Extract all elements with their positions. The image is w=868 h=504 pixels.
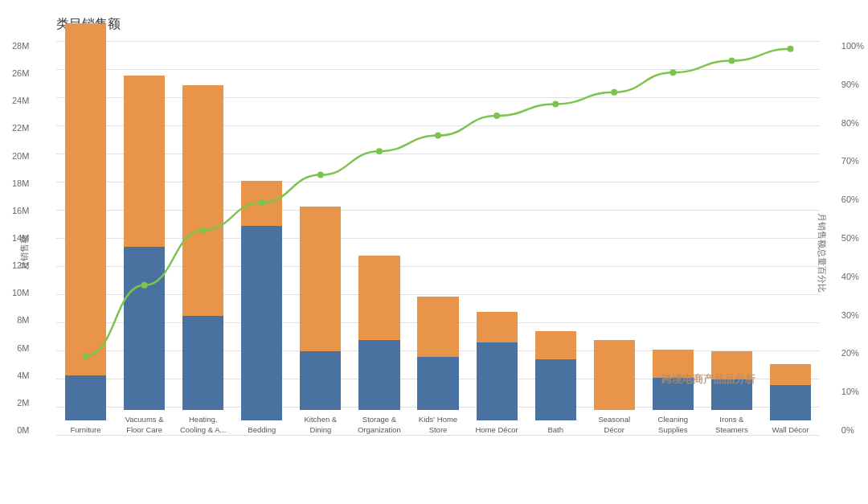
bar-label: Irons & Steamers [715, 415, 748, 435]
bar-blue [300, 351, 341, 411]
y-left-tick: 8M [17, 315, 29, 325]
y-right-tick: 40% [841, 272, 859, 281]
bar-blue [65, 375, 106, 420]
bar-stack [535, 331, 576, 420]
y-left-tick: 4M [17, 371, 29, 380]
bar-group: Furniture [56, 23, 115, 435]
chart-container: 类目销售额 0M2M4M6M8M10M12M14M16M18M20M22M24M… [0, 0, 868, 504]
bar-group: Storage & Organization [350, 256, 408, 435]
bar-group: Kitchen & Dining [291, 207, 350, 435]
y-right-tick: 30% [841, 310, 859, 320]
bar-group: Irons & Steamers [702, 351, 761, 435]
chart-title: 类目销售额 [56, 16, 820, 33]
bar-blue [124, 247, 165, 410]
y-right-tick: 20% [841, 348, 859, 358]
y-left-tick: 24M [12, 96, 29, 105]
y-right-tick: 60% [841, 195, 859, 204]
y-right-tick: 80% [841, 118, 859, 128]
bar-stack [417, 297, 458, 411]
y-left-tick: 18M [12, 178, 29, 188]
bar-label: Bedding [248, 425, 276, 435]
y-left-tick: 2M [17, 398, 29, 408]
y-axis-right: 0%10%20%30%40%50%60%70%80%90%100% [841, 41, 864, 435]
bar-label: Furniture [71, 425, 101, 435]
bar-blue [417, 357, 458, 411]
watermark: 跨境电商产品品分析 [661, 372, 755, 387]
bar-label: Seasonal Décor [598, 415, 630, 435]
bar-group: Wall Décor [761, 364, 820, 435]
bar-orange [770, 364, 811, 385]
bar-orange [65, 23, 106, 375]
bar-orange [300, 207, 341, 351]
bar-label: Home Décor [475, 425, 518, 435]
y-left-tick: 28M [12, 41, 29, 51]
bar-orange [594, 340, 635, 411]
y-left-tick: 22M [12, 123, 29, 133]
bar-label: Kids' Home Store [419, 415, 457, 435]
bar-label: Bath [547, 425, 563, 435]
bar-stack [65, 23, 106, 420]
y-left-tick: 16M [12, 206, 29, 215]
bar-stack [300, 207, 341, 411]
bar-orange [477, 312, 518, 343]
bar-blue [535, 359, 576, 420]
bar-stack [594, 340, 635, 411]
bar-group: Vacuums & Floor Care [115, 76, 174, 435]
bar-stack [358, 256, 399, 411]
bar-orange [182, 85, 223, 316]
y-right-tick: 50% [841, 233, 859, 243]
y-right-tick: 90% [841, 80, 859, 89]
y-left-tick: 26M [12, 68, 29, 78]
y-left-tick: 0M [17, 425, 29, 435]
bar-label: Wall Décor [772, 425, 809, 435]
bar-orange [358, 256, 399, 340]
bar-blue [770, 385, 811, 420]
bar-stack [770, 364, 811, 420]
bar-group: Bath [526, 331, 585, 435]
grid-line [56, 435, 820, 436]
bar-orange [535, 331, 576, 359]
bar-blue [358, 340, 399, 411]
bar-group: Bedding [232, 181, 291, 435]
bar-group: Cleaning Supplies [644, 350, 702, 435]
bar-orange [124, 76, 165, 248]
bar-blue [477, 342, 518, 420]
bar-stack [477, 312, 518, 420]
bar-label: Storage & Organization [358, 415, 401, 435]
y-right-tick: 0% [841, 425, 854, 435]
bar-stack [124, 76, 165, 411]
bar-label: Vacuums & Floor Care [125, 415, 164, 435]
bar-group: Home Décor [468, 312, 526, 435]
bar-stack [241, 181, 282, 420]
bar-label: Cleaning Supplies [658, 415, 689, 435]
bar-stack [182, 85, 223, 410]
bar-blue [241, 226, 282, 420]
y-left-label: 月销售额 [18, 235, 31, 270]
bar-group: Kids' Home Store [408, 297, 467, 435]
y-left-tick: 10M [12, 288, 29, 297]
bar-orange [241, 181, 282, 226]
bar-label: Heating, Cooling & A... [180, 415, 227, 435]
bar-label: Kitchen & Dining [305, 415, 338, 435]
chart-area: 0M2M4M6M8M10M12M14M16M18M20M22M24M26M28M… [56, 41, 820, 435]
y-left-tick: 20M [12, 151, 29, 161]
bar-blue [182, 316, 223, 410]
y-right-tick: 70% [841, 156, 859, 166]
y-left-tick: 6M [17, 343, 29, 353]
y-right-label: 月销售额总量百分比 [816, 212, 828, 292]
bar-orange [417, 297, 458, 357]
y-right-tick: 10% [841, 387, 859, 396]
y-right-tick: 100% [841, 41, 864, 51]
bar-group: Heating, Cooling & A... [174, 85, 232, 435]
bar-group: Seasonal Décor [585, 340, 644, 435]
